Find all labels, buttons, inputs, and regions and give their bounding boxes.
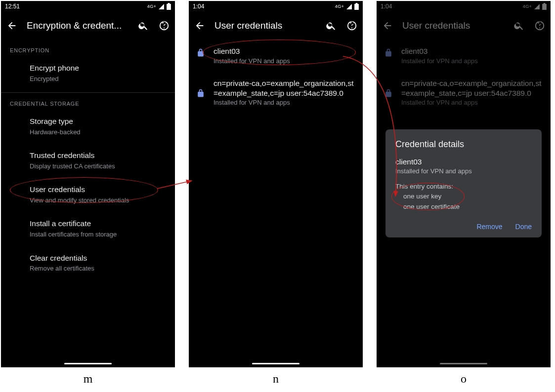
item-encrypt-phone[interactable]: Encrypt phone Encrypted bbox=[1, 56, 175, 90]
help-icon[interactable] bbox=[534, 20, 546, 32]
caption-m: m bbox=[1, 372, 175, 386]
section-encryption-label: ENCRYPTION bbox=[1, 39, 175, 56]
page-title: User credentials bbox=[402, 20, 504, 31]
nav-handle[interactable] bbox=[189, 363, 363, 364]
status-time: 12:51 bbox=[5, 3, 20, 10]
status-bar: 1:04 4G+ bbox=[377, 1, 551, 12]
search-icon[interactable] bbox=[137, 20, 149, 32]
phone-screen-n: 1:04 4G+ User credentials bbox=[189, 1, 363, 367]
phone-screen-o: 1:04 4G+ User credentials bbox=[377, 1, 551, 367]
credential-subtitle: Installed for VPN and apps bbox=[213, 99, 354, 106]
credential-title: client03 bbox=[401, 46, 542, 56]
credential-subtitle: Installed for VPN and apps bbox=[401, 57, 542, 65]
status-right: 4G+ bbox=[523, 3, 547, 10]
credential-client03: client03 Installed for VPN and apps bbox=[377, 39, 551, 72]
dialog-body-intro: This entry contains: bbox=[395, 182, 532, 192]
section-credstorage-label: CREDENTIAL STORAGE bbox=[1, 93, 175, 110]
status-time: 1:04 bbox=[193, 3, 204, 10]
item-install-certificate[interactable]: Install a certificate Install certificat… bbox=[1, 212, 175, 246]
lock-icon bbox=[384, 88, 394, 100]
done-button[interactable]: Done bbox=[515, 223, 532, 231]
item-title: User credentials bbox=[30, 185, 166, 195]
item-trusted-credentials[interactable]: Trusted credentials Display trusted CA c… bbox=[1, 144, 175, 178]
status-time: 1:04 bbox=[381, 3, 392, 10]
status-right: 4G+ bbox=[335, 3, 359, 10]
item-clear-credentials[interactable]: Clear credentials Remove all certificate… bbox=[1, 246, 175, 280]
lock-icon bbox=[196, 88, 207, 100]
item-title: Clear credentials bbox=[30, 253, 166, 264]
credential-title: client03 bbox=[213, 46, 354, 56]
lock-icon bbox=[384, 48, 394, 60]
back-icon[interactable] bbox=[194, 20, 206, 32]
item-subtitle: Display trusted CA certificates bbox=[30, 162, 166, 171]
credential-subtitle: Installed for VPN and apps bbox=[401, 99, 542, 106]
dialog-title: Credential details bbox=[395, 139, 532, 150]
remove-button[interactable]: Remove bbox=[476, 223, 502, 231]
search-icon[interactable] bbox=[513, 20, 525, 32]
nav-handle[interactable] bbox=[377, 363, 551, 364]
credential-ca: cn=private-ca,o=example_organization,st=… bbox=[377, 72, 551, 114]
credential-title: cn=private-ca,o=example_organization,st=… bbox=[401, 78, 542, 98]
dialog-cred-subtitle: Installed for VPN and apps bbox=[395, 167, 532, 175]
signal-icon bbox=[534, 3, 540, 10]
app-bar: User credentials bbox=[189, 12, 363, 39]
item-title: Trusted credentials bbox=[30, 151, 166, 161]
item-subtitle: Remove all certificates bbox=[30, 264, 166, 273]
network-label: 4G+ bbox=[523, 4, 532, 9]
credential-subtitle: Installed for VPN and apps bbox=[213, 57, 354, 65]
battery-icon bbox=[167, 3, 171, 10]
item-subtitle: Hardware-backed bbox=[30, 128, 166, 137]
battery-icon bbox=[542, 3, 547, 10]
battery-icon bbox=[354, 3, 359, 10]
item-subtitle: Install certificates from storage bbox=[30, 230, 166, 239]
credential-details-dialog: Credential details client03 Installed fo… bbox=[385, 129, 542, 237]
caption-o: o bbox=[377, 372, 551, 386]
back-icon[interactable] bbox=[6, 20, 18, 32]
item-title: Install a certificate bbox=[30, 219, 166, 229]
dialog-cred-name: client03 bbox=[395, 157, 532, 166]
dialog-body-line2: one user certificate bbox=[395, 202, 532, 212]
back-icon[interactable] bbox=[382, 20, 393, 32]
dialog-body-line1: one user key bbox=[395, 192, 532, 201]
item-title: Storage type bbox=[30, 117, 166, 127]
app-bar: User credentials bbox=[377, 12, 551, 39]
help-icon[interactable] bbox=[346, 20, 358, 32]
credential-ca[interactable]: cn=private-ca,o=example_organization,st=… bbox=[189, 72, 363, 114]
page-title: Encryption & credent... bbox=[27, 20, 128, 31]
status-right: 4G+ bbox=[147, 3, 171, 10]
item-title: Encrypt phone bbox=[30, 63, 166, 74]
network-label: 4G+ bbox=[147, 4, 156, 9]
signal-icon bbox=[158, 3, 165, 10]
help-icon[interactable] bbox=[158, 20, 170, 32]
nav-handle[interactable] bbox=[1, 363, 175, 364]
status-bar: 12:51 4G+ bbox=[1, 1, 175, 12]
item-user-credentials[interactable]: User credentials View and modify stored … bbox=[1, 178, 175, 212]
network-label: 4G+ bbox=[335, 4, 344, 9]
page-title: User credentials bbox=[214, 20, 316, 31]
dialog-body: This entry contains: one user key one us… bbox=[395, 182, 532, 212]
lock-icon bbox=[196, 48, 207, 60]
phone-screen-m: 12:51 4G+ Encryption & credent... ENCRYP… bbox=[1, 1, 175, 367]
signal-icon bbox=[346, 3, 352, 10]
caption-n: n bbox=[189, 372, 363, 386]
item-storage-type[interactable]: Storage type Hardware-backed bbox=[1, 110, 175, 144]
item-subtitle: View and modify stored credentials bbox=[30, 196, 166, 205]
status-bar: 1:04 4G+ bbox=[189, 1, 363, 12]
app-bar: Encryption & credent... bbox=[1, 12, 175, 39]
credential-client03[interactable]: client03 Installed for VPN and apps bbox=[189, 39, 363, 72]
item-subtitle: Encrypted bbox=[30, 75, 166, 83]
credential-title: cn=private-ca,o=example_organization,st=… bbox=[213, 78, 354, 98]
search-icon[interactable] bbox=[325, 20, 337, 32]
